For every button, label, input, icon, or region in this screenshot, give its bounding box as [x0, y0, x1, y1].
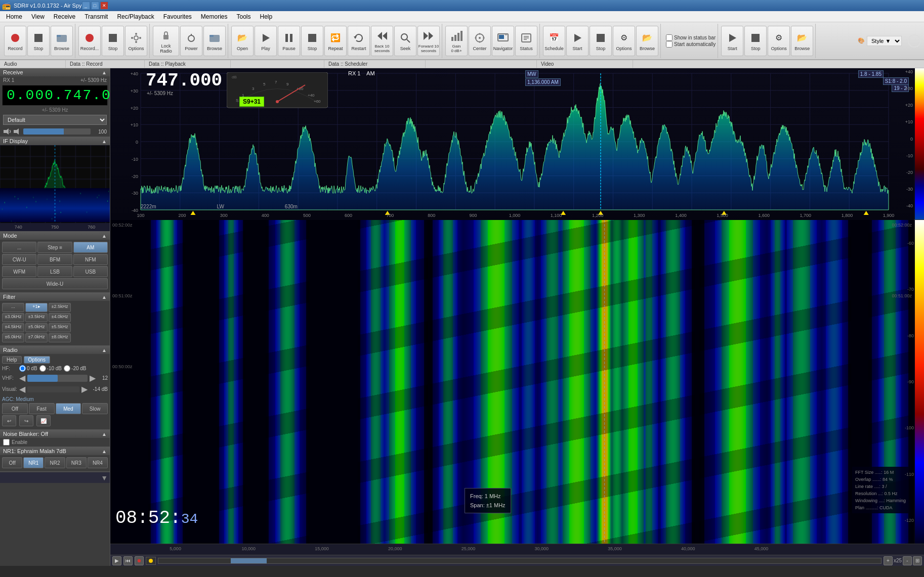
- pb-rec-btn[interactable]: ⏺: [135, 556, 144, 565]
- record2-button[interactable]: Record...: [78, 26, 101, 56]
- stop5-button[interactable]: Stop: [744, 26, 767, 56]
- menu-memories[interactable]: Memories: [197, 12, 232, 21]
- start-button[interactable]: Start: [566, 26, 589, 56]
- profile-select[interactable]: Default: [3, 115, 107, 125]
- visual-inc-btn[interactable]: ▶: [81, 384, 88, 394]
- style-dropdown[interactable]: Style ▼: [867, 36, 902, 46]
- vhf-dec-btn[interactable]: ◀: [19, 373, 25, 383]
- mode-collapse[interactable]: ▲: [102, 233, 107, 239]
- mode-cwu[interactable]: CW-U: [2, 254, 36, 265]
- hf-10db-radio[interactable]: [39, 365, 46, 372]
- frequency-display[interactable]: 0.000.747.000: [2, 85, 108, 106]
- hf-0db-option[interactable]: 0 dB: [19, 365, 37, 372]
- stop2-button[interactable]: Stop: [102, 26, 124, 56]
- browse5-button[interactable]: 📂 Browse: [791, 26, 813, 56]
- options3-button[interactable]: ⚙ Options: [768, 26, 790, 56]
- back10-button[interactable]: Back 10seconds: [371, 26, 393, 56]
- filter-4-5[interactable]: ±4.5kHz: [2, 323, 24, 332]
- options2-button[interactable]: ⚙ Options: [613, 26, 635, 56]
- browse4-button[interactable]: 📂 Browse: [636, 26, 658, 56]
- filter-6[interactable]: ±6.0kHz: [2, 333, 24, 342]
- browse-button[interactable]: Browse: [51, 26, 73, 56]
- mode-am[interactable]: AM: [73, 242, 108, 253]
- options-button[interactable]: Options: [125, 26, 147, 56]
- filter-dots[interactable]: ...: [2, 303, 24, 312]
- agc-off-btn[interactable]: Off: [2, 403, 28, 414]
- start2-button[interactable]: Start: [721, 26, 743, 56]
- maximize-btn[interactable]: □: [91, 2, 99, 10]
- mode-step[interactable]: Step ≡: [37, 242, 72, 253]
- record-button[interactable]: Record: [4, 26, 26, 56]
- agc-undo-btn[interactable]: ↩: [2, 415, 16, 426]
- menu-receive[interactable]: Receive: [50, 12, 79, 21]
- gain-button[interactable]: Gain0 dB+: [445, 26, 468, 56]
- status-button[interactable]: Status: [515, 26, 537, 56]
- filter-3[interactable]: ±3.0kHz: [2, 313, 24, 322]
- nr1-btn[interactable]: NR1: [23, 457, 44, 468]
- filter-8[interactable]: ±8.0kHz: [49, 333, 71, 342]
- nr4-btn[interactable]: NR4: [88, 457, 108, 468]
- start-automatically-label[interactable]: Start automatically: [666, 41, 716, 48]
- if-display-collapse[interactable]: ▲: [102, 139, 107, 144]
- minimize-btn[interactable]: _: [82, 2, 90, 10]
- menu-favourites[interactable]: Favourites: [159, 12, 196, 21]
- stop4-button[interactable]: Stop: [590, 26, 612, 56]
- power-button[interactable]: Power: [180, 26, 202, 56]
- show-status-bar-checkbox[interactable]: [666, 34, 673, 41]
- filter-7[interactable]: ±7.0kHz: [25, 333, 48, 342]
- browse3-button[interactable]: Browse: [203, 26, 226, 56]
- fwd10-button[interactable]: Forward 10seconds: [417, 26, 440, 56]
- mode-wfm[interactable]: WFM: [2, 266, 36, 277]
- mode-lsb[interactable]: LSB: [37, 266, 72, 277]
- menu-view[interactable]: View: [27, 12, 49, 21]
- spectrum-area[interactable]: 747.000 +/- 5309 Hz RX 1 AM S: [110, 68, 924, 220]
- panel-scroll-down[interactable]: ▼: [101, 474, 108, 482]
- agc-slow-btn[interactable]: Slow: [82, 403, 108, 414]
- filter-5[interactable]: ±5.0kHz: [25, 323, 48, 332]
- visual-slider[interactable]: [27, 386, 79, 392]
- mode-usb[interactable]: USB: [73, 266, 108, 277]
- nr-collapse[interactable]: ▲: [102, 449, 107, 454]
- open-button[interactable]: 📂 Open: [231, 26, 254, 56]
- nr-off-btn[interactable]: Off: [2, 457, 22, 468]
- start-automatically-checkbox[interactable]: [666, 41, 673, 48]
- menu-home[interactable]: Home: [2, 12, 26, 21]
- hf-20db-radio[interactable]: [64, 365, 70, 372]
- zoom-out-btn[interactable]: -: [903, 556, 912, 565]
- agc-graph-btn[interactable]: 📈: [36, 415, 51, 426]
- repeat-button[interactable]: 🔁 Repeat: [324, 26, 347, 56]
- hf-10db-option[interactable]: -10 dB: [39, 365, 62, 372]
- filter-2-5[interactable]: ±2.5kHz: [49, 303, 71, 312]
- filter-collapse[interactable]: ▲: [102, 294, 107, 300]
- stop3-button[interactable]: Stop: [301, 26, 323, 56]
- mode-nfm[interactable]: NFM: [73, 254, 108, 265]
- volume-slider[interactable]: [23, 128, 91, 135]
- hf-0db-radio[interactable]: [19, 365, 26, 372]
- close-btn[interactable]: ✕: [100, 2, 108, 10]
- center-button[interactable]: Center: [469, 26, 491, 56]
- agc-med-btn[interactable]: Med: [56, 403, 81, 414]
- mode-bfm[interactable]: BFM: [37, 254, 72, 265]
- mode-dots[interactable]: ...: [2, 242, 36, 253]
- restart-button[interactable]: Restart: [348, 26, 370, 56]
- agc-fast-btn[interactable]: Fast: [29, 403, 55, 414]
- menu-tools[interactable]: Tools: [233, 12, 255, 21]
- agc-redo-btn[interactable]: ↪: [19, 415, 33, 426]
- vhf-slider[interactable]: [27, 375, 88, 382]
- play-button[interactable]: Play: [255, 26, 277, 56]
- pb-play-btn[interactable]: ▶: [112, 556, 121, 565]
- menu-recplayback[interactable]: Rec/Playback: [113, 12, 158, 21]
- seek-button[interactable]: Seek: [394, 26, 416, 56]
- show-status-bar-label[interactable]: Show in status bar: [666, 34, 716, 41]
- menu-help[interactable]: Help: [256, 12, 277, 21]
- pb-marker[interactable]: [146, 557, 156, 565]
- waterfall-area[interactable]: 00:52:00z 00:52:00z 00:51:00z 00:51:00z …: [110, 220, 924, 544]
- filter-3-5[interactable]: ±3.5kHz: [25, 313, 48, 322]
- menu-transmit[interactable]: Transmit: [80, 12, 112, 21]
- pause-button[interactable]: Pause: [278, 26, 300, 56]
- zoom-in-btn[interactable]: +: [884, 556, 893, 565]
- nr2-btn[interactable]: NR2: [45, 457, 65, 468]
- pb-prev-btn[interactable]: ⏮: [123, 556, 133, 565]
- hf-20db-option[interactable]: -20 dB: [64, 365, 86, 372]
- schedule-button[interactable]: 📅 Schedule: [543, 26, 565, 56]
